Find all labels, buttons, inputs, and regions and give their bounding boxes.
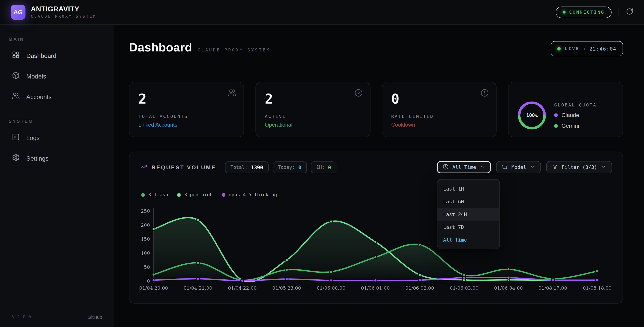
chart-legend: 3-flash 3-pro-high opus-4-5-thinking — [141, 192, 612, 197]
sidebar-item-logs[interactable]: Logs — [0, 127, 114, 148]
legend-item-3-flash[interactable]: 3-flash — [141, 192, 168, 198]
menu-item-last-1h[interactable]: Last 1H — [438, 182, 499, 195]
time-range-menu: Last 1H Last 6H Last 24H Last 7D All Tim… — [437, 179, 500, 250]
model-filter-button[interactable]: Model — [496, 161, 541, 173]
chevron-down-icon — [601, 164, 606, 170]
sidebar-item-label: Logs — [26, 134, 40, 141]
card-total-accounts: 2 TOTAL ACCOUNTS Linked Accounts — [129, 82, 244, 137]
topbar-divider — [618, 8, 619, 16]
terminal-icon — [12, 133, 20, 142]
sidebar-item-label: Accounts — [26, 93, 52, 100]
legend-item-3-pro-high[interactable]: 3-pro-high — [177, 192, 212, 198]
svg-text:150: 150 — [141, 236, 150, 242]
app-title: ANTIGRAVITY — [31, 6, 96, 13]
sidebar-item-label: Models — [26, 72, 46, 80]
stat-sublabel: Linked Accounts — [138, 122, 234, 128]
legend-item-opus[interactable]: opus-4-5-thinking — [222, 192, 277, 198]
page-subtitle: CLAUDE PROXY SYSTEM — [198, 47, 270, 52]
main-content: Dashboard CLAUDE PROXY SYSTEM LIVE 22:46… — [114, 24, 644, 327]
menu-item-last-7d[interactable]: Last 7D — [438, 220, 499, 233]
gear-icon — [12, 154, 20, 162]
provider-name: Claude — [562, 112, 579, 118]
brand: AG ANTIGRAVITY CLAUDE PROXY SYSTEM — [11, 5, 96, 20]
box-icon — [502, 164, 508, 171]
check-circle-icon — [354, 89, 362, 99]
stat-sublabel: Operational — [265, 122, 361, 128]
funnel-icon — [552, 164, 558, 171]
page-header: Dashboard CLAUDE PROXY SYSTEM LIVE 22:46… — [129, 41, 623, 61]
live-status-label: LIVE — [564, 46, 580, 52]
sidebar-item-label: Dashboard — [26, 52, 56, 59]
svg-text:01/08 17:00: 01/08 17:00 — [538, 285, 567, 291]
request-volume-panel: REQUEST VOLUME Total: 1390 Today: 0 1H: … — [129, 152, 623, 304]
svg-text:200: 200 — [141, 222, 150, 228]
quota-percent: 100% — [517, 100, 547, 130]
connection-status-label: CONNECTING — [569, 10, 604, 15]
quota-ring: 100% — [517, 100, 547, 130]
refresh-icon — [626, 8, 633, 16]
app-version: V 1.0.0 — [12, 314, 31, 320]
cube-icon — [12, 72, 20, 80]
gemini-dot — [554, 124, 558, 128]
svg-text:01/05 23:00: 01/05 23:00 — [272, 285, 301, 291]
svg-text:01/08 18:00: 01/08 18:00 — [583, 285, 611, 291]
sidebar-footer: V 1.0.0 GitHub — [12, 314, 102, 320]
legend-dot-1 — [177, 193, 181, 196]
svg-text:01/06 04:00: 01/06 04:00 — [494, 285, 523, 291]
sidebar-section-main: MAIN — [9, 36, 114, 42]
sidebar-item-models[interactable]: Models — [0, 66, 114, 86]
sidebar-item-settings[interactable]: Settings — [0, 148, 114, 168]
stat-pills: Total: 1390 Today: 0 1H: 0 — [225, 161, 336, 173]
chevron-up-icon — [480, 164, 485, 170]
svg-text:01/04 21:00: 01/04 21:00 — [184, 285, 212, 291]
users-icon — [228, 89, 236, 99]
chevron-down-icon — [530, 164, 535, 170]
refresh-button[interactable] — [626, 8, 633, 16]
sidebar-item-dashboard[interactable]: Dashboard — [0, 45, 114, 66]
connection-status-dot — [562, 11, 566, 14]
connection-status-badge: CONNECTING — [556, 6, 612, 18]
menu-item-last-6h[interactable]: Last 6H — [438, 195, 499, 208]
today-value: 0 — [298, 164, 302, 170]
svg-text:01/04 22:00: 01/04 22:00 — [228, 285, 256, 291]
svg-text:01/06 03:00: 01/06 03:00 — [450, 285, 478, 291]
menu-item-all-time[interactable]: All Time — [438, 233, 499, 246]
clock: 22:46:04 — [590, 46, 616, 52]
svg-text:50: 50 — [144, 264, 150, 270]
trending-up-icon — [140, 163, 147, 171]
svg-text:0: 0 — [147, 278, 150, 284]
sidebar-item-accounts[interactable]: Accounts — [0, 86, 114, 107]
app: AG ANTIGRAVITY CLAUDE PROXY SYSTEM CONNE… — [0, 0, 644, 327]
clock-icon — [443, 164, 449, 171]
quota-label: GLOBAL QUOTA — [554, 102, 596, 108]
stat-value: 2 — [138, 92, 234, 106]
grid-icon — [12, 51, 20, 60]
quota-provider-claude: Claude — [554, 112, 596, 118]
svg-text:100: 100 — [141, 250, 150, 256]
svg-text:250: 250 — [141, 208, 150, 214]
topbar: AG ANTIGRAVITY CLAUDE PROXY SYSTEM CONNE… — [0, 0, 644, 24]
panel-header: REQUEST VOLUME Total: 1390 Today: 0 1H: … — [140, 161, 612, 173]
stat-sublabel: Cooldown — [391, 122, 487, 128]
time-range-button[interactable]: All Time — [437, 161, 491, 173]
svg-text:01/06 01:00: 01/06 01:00 — [361, 285, 390, 291]
today-pill: Today: 0 — [272, 161, 307, 173]
github-link[interactable]: GitHub — [88, 314, 102, 320]
total-pill: Total: 1390 — [225, 161, 268, 173]
filter-button[interactable]: Filter (3/3) — [546, 161, 612, 173]
sidebar-section-system: SYSTEM — [9, 119, 114, 124]
one-hour-value: 0 — [328, 164, 331, 170]
users-icon — [12, 92, 20, 101]
live-status-badge: LIVE 22:46:04 — [551, 41, 623, 56]
svg-text:01/06 02:00: 01/06 02:00 — [406, 285, 434, 291]
claude-dot — [554, 114, 558, 117]
total-value: 1390 — [251, 164, 263, 170]
card-rate-limited: 0 RATE LIMITED Cooldown — [382, 82, 497, 137]
card-global-quota: 100% GLOBAL QUOTA Claude Gemini — [508, 82, 623, 137]
app-logo: AG — [11, 5, 26, 20]
alert-circle-icon — [480, 89, 489, 99]
legend-dot-2 — [222, 193, 226, 196]
menu-item-last-24h[interactable]: Last 24H — [438, 208, 499, 220]
stat-value: 2 — [265, 92, 361, 106]
one-hour-pill: 1H: 0 — [311, 161, 336, 173]
